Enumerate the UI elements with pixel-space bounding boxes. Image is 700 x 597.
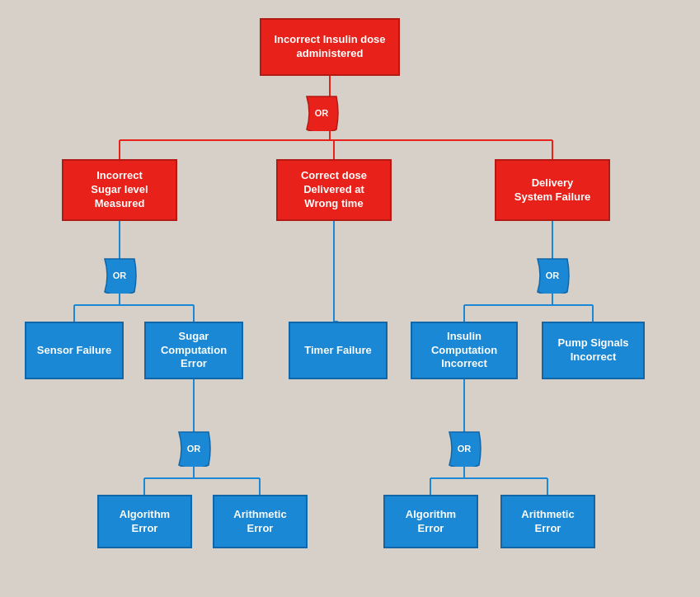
fault-tree-diagram: Incorrect Insulin dose administered Inco… — [0, 0, 700, 597]
root-node: Incorrect Insulin dose administered — [260, 18, 400, 76]
or-gate-1: OR — [303, 95, 340, 131]
or-gate-3: OR — [534, 257, 571, 294]
node-correct-dose-wrong-time: Correct doseDelivered atWrong time — [276, 159, 392, 221]
or-gate-1-label: OR — [315, 108, 329, 118]
node-arithmetic-error-1: ArithmeticError — [213, 495, 308, 548]
node-pump-signals-incorrect: Pump SignalsIncorrect — [542, 322, 645, 379]
or-gate-2: OR — [101, 257, 138, 294]
node-algorithm-error-1: AlgorithmError — [97, 495, 192, 548]
node-insulin-computation-incorrect: InsulinComputationIncorrect — [411, 322, 518, 379]
node-incorrect-sugar: IncorrectSugar levelMeasured — [62, 159, 177, 221]
or-gate-4: OR — [176, 430, 212, 467]
or-gate-2-label: OR — [113, 270, 127, 280]
node-timer-failure: Timer Failure — [289, 322, 388, 379]
node-algorithm-error-2: AlgorithmError — [383, 495, 478, 548]
node-sugar-computation-error: SugarComputationError — [144, 322, 243, 379]
node-delivery-system-failure: DeliverySystem Failure — [495, 159, 610, 221]
node-sensor-failure: Sensor Failure — [25, 322, 124, 379]
or-gate-5-label: OR — [458, 444, 472, 454]
or-gate-3-label: OR — [546, 270, 560, 280]
or-gate-4-label: OR — [187, 444, 201, 454]
or-gate-5: OR — [446, 430, 482, 467]
node-arithmetic-error-2: ArithmeticError — [500, 495, 595, 548]
